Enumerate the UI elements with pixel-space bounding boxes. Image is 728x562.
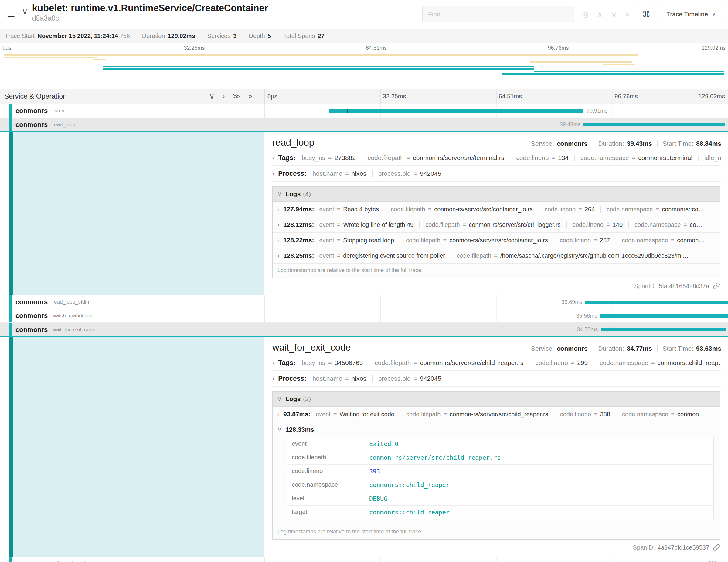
scroll-to-match-icon[interactable]: ◎ [582, 10, 589, 19]
service-color-edge [9, 132, 13, 295]
span-row-watch-grandchild[interactable]: conmonrs watch_grandchild 35.58ms [0, 309, 728, 323]
prev-match-icon[interactable]: ∧ [597, 10, 603, 19]
span-id-row: SpanID: 5faf48165428c37a [272, 278, 721, 293]
logs-header[interactable]: ∨ Logs (4) [273, 187, 720, 202]
log-entry[interactable]: › 127.94ms: eventRead 4 bytes code.filep… [273, 202, 720, 217]
span-operation: read_loop [52, 122, 75, 128]
trace-minimap[interactable]: 0μs 32.25ms 64.51ms 96.76ms 129.02ms [0, 43, 728, 83]
span-service: conmonrs [15, 298, 48, 306]
table-row: code.lineno393 [287, 465, 713, 478]
spacer [0, 83, 728, 89]
caret-right-icon: › [277, 253, 279, 259]
span-bar[interactable] [600, 314, 728, 318]
span-duration-label: 39.69ms [561, 299, 582, 305]
log-entry[interactable]: › 93.87ms: eventWaiting for exit code co… [273, 407, 720, 422]
page-title: kubelet: runtime.v1.RuntimeService/Creat… [32, 2, 268, 14]
service-color-bar [9, 104, 12, 118]
trace-services: Services3 [207, 32, 237, 39]
log-entry[interactable]: › 128.25ms: eventderegistering event sou… [273, 248, 720, 264]
logs-header[interactable]: ∨ Logs (2) [273, 392, 720, 407]
service-color-bar [9, 118, 12, 131]
span-row-write-exit-path[interactable]: conmonrs write_exit_path 303μs [0, 557, 728, 562]
service-color-bar [9, 557, 12, 562]
link-icon[interactable] [713, 282, 720, 290]
logs-section: ∨ Logs (4) › 127.94ms: eventRead 4 bytes… [272, 186, 720, 278]
trace-summary-bar: Trace StartNovember 15 2022, 11:24:14.75… [0, 29, 728, 43]
span-detail-meta: Service:conmonrs Duration:39.43ms Start … [531, 140, 721, 147]
span-detail-panel-read-loop: read_loop Service:conmonrs Duration:39.4… [0, 131, 728, 295]
link-icon[interactable] [713, 544, 720, 551]
find-input[interactable] [422, 6, 574, 22]
process-row[interactable]: › Process: host.namenixos process.pid942… [272, 371, 721, 387]
service-color-bar [9, 323, 12, 336]
minimap-tick-labels: 0μs 32.25ms 64.51ms 96.76ms 129.02ms [0, 43, 728, 52]
span-detail-meta: Service:conmonrs Duration:34.77ms Start … [531, 345, 721, 352]
span-service: conmonrs [15, 326, 48, 334]
trace-view-label: Trace Timeline [666, 11, 708, 18]
span-service: conmonrs [15, 312, 48, 320]
process-row[interactable]: › Process: host.namenixos process.pid942… [272, 166, 721, 182]
minimap-canvas[interactable] [2, 52, 726, 81]
trace-start: Trace StartNovember 15 2022, 11:24:14.75… [5, 32, 130, 39]
table-row: targetconmonrs::child_reaper [287, 506, 713, 519]
expand-all-icon[interactable]: » [248, 92, 252, 100]
trace-total-spans: Total Spans27 [283, 32, 325, 39]
log-entry[interactable]: › 128.22ms: eventStopping read loop code… [273, 233, 720, 248]
collapse-all-icon[interactable]: ≫ [233, 92, 240, 100]
command-icon: ⌘ [642, 9, 651, 19]
clear-search-icon[interactable]: × [625, 10, 630, 19]
span-detail-title: read_loop [272, 137, 314, 148]
span-id-row: SpanID: 4a947cfd1ce59537 [272, 540, 721, 554]
chevron-down-icon: ∨ [712, 12, 716, 17]
caret-right-icon: › [272, 375, 274, 382]
table-row: eventExited 0 [287, 437, 713, 451]
caret-right-icon: › [277, 411, 279, 417]
span-row-read-loop-stdin[interactable]: conmonrs read_loop_stdin 39.69ms [0, 295, 728, 309]
caret-right-icon: › [272, 155, 274, 161]
caret-down-icon: ∨ [277, 191, 281, 197]
timeline-ruler: 0μs 32.25ms 64.51ms 96.76ms 129.02ms [264, 89, 728, 104]
back-arrow-icon: ← [5, 8, 17, 21]
span-service: conmonrs [15, 560, 48, 562]
span-bar[interactable] [601, 328, 726, 331]
next-match-icon[interactable]: ∨ [611, 10, 617, 19]
logs-footnote: Log timestamps are relative to the start… [273, 525, 720, 539]
keyboard-shortcuts-button[interactable]: ⌘ [638, 6, 655, 22]
service-color-edge [9, 337, 13, 557]
span-duration-label: 70.91ms [587, 108, 607, 114]
log-entry[interactable]: › 128.12ms: eventWrote log line of lengt… [273, 217, 720, 233]
span-service: conmonrs [15, 121, 48, 129]
span-bar[interactable] [329, 109, 583, 113]
span-duration-label: 39.43ms [560, 121, 580, 128]
span-bar[interactable] [583, 123, 725, 126]
span-bar[interactable] [585, 301, 728, 304]
collapse-trace-header-button[interactable]: ∨ [22, 7, 28, 16]
trace-depth: Depth5 [249, 32, 271, 39]
back-button[interactable]: ← [0, 0, 22, 29]
span-row-listen[interactable]: conmonrs listen 70.91ms [0, 104, 728, 118]
logs-footnote: Log timestamps are relative to the start… [273, 264, 720, 278]
chevron-down-icon: ∨ [22, 7, 28, 16]
table-row: code.filepathconmon-rs/server/src/child_… [287, 451, 713, 465]
tags-row[interactable]: › Tags: busy_ns34506763 code.filepathcon… [272, 355, 721, 371]
trace-duration: Duration129.02ms [142, 32, 195, 39]
detail-panel-indent [0, 337, 264, 557]
span-row-read-loop[interactable]: conmonrs read_loop 39.43ms [0, 118, 728, 131]
service-color-bar [9, 309, 12, 322]
span-duration-label: 303μs [708, 560, 723, 562]
span-row-wait-for-exit-code[interactable]: conmonrs wait_for_exit_code 34.77ms [0, 323, 728, 336]
tags-row[interactable]: › Tags: busy_ns273882 code.filepathconmo… [272, 150, 721, 166]
trace-title-block: kubelet: runtime.v1.RuntimeService/Creat… [32, 2, 268, 22]
log-entry-expanded-header[interactable]: ∨ 128.33ms [277, 426, 715, 433]
trace-id: d8a3a0c [32, 14, 268, 22]
span-operation: watch_grandchild [52, 313, 92, 319]
span-duration-label: 35.58ms [576, 313, 597, 319]
span-detail-title: wait_for_exit_code [272, 342, 351, 353]
trace-page-header: ← ∨ kubelet: runtime.v1.RuntimeService/C… [0, 0, 728, 29]
caret-right-icon: › [277, 206, 279, 213]
caret-right-icon: › [277, 237, 279, 244]
expand-one-icon[interactable]: › [223, 92, 225, 100]
table-row: levelDEBUG [287, 492, 713, 506]
collapse-one-icon[interactable]: ∨ [209, 92, 215, 100]
trace-view-selector[interactable]: Trace Timeline ∨ [660, 6, 722, 22]
